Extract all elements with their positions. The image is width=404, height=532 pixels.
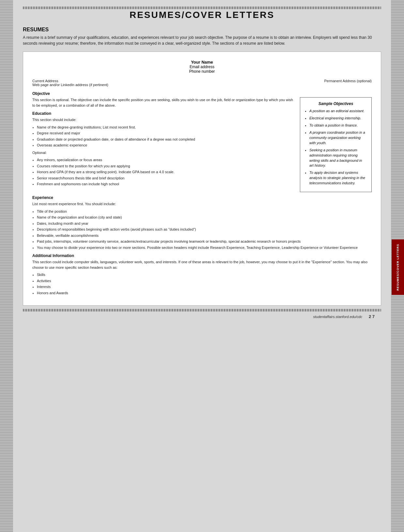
education-bullet-4: Overseas academic experience: [37, 143, 295, 148]
exp-bullet-4: Descriptions of responsibilities beginni…: [37, 227, 372, 232]
resume-template-box: Your Name Email address Phone number Cur…: [23, 52, 381, 306]
objective-1: A position as an editorial assistant.: [309, 109, 367, 114]
exp-bullet-5: Believable, verifiable accomplishments: [37, 233, 372, 238]
permanent-address: Permanent Address (optional): [324, 79, 372, 87]
resume-header: Your Name Email address Phone number: [32, 60, 372, 74]
experience-section: Experience List most recent experience f…: [32, 195, 372, 250]
exp-bullet-2: Name of the organization and location (c…: [37, 215, 372, 220]
additional-bullet-3: Interests: [37, 284, 372, 290]
additional-text: This section could include computer skil…: [32, 259, 372, 270]
experience-intro: List most recent experience first. You s…: [32, 201, 372, 207]
sample-objectives-title: Sample Objectives: [305, 101, 367, 106]
exp-bullet-6: Paid jobs, internships, volunteer commun…: [37, 239, 372, 244]
experience-bullets-list: Title of the position Name of the organi…: [32, 209, 372, 251]
edu-opt-5: Freshmen and sophomores can include high…: [37, 181, 295, 187]
sample-objectives-column: Sample Objectives A position as an edito…: [300, 97, 372, 192]
resumes-intro: A resume is a brief summary of your qual…: [23, 35, 381, 46]
page-title: RESUMES/COVER LETTERS: [23, 10, 381, 20]
exp-bullet-3: Dates, including month and year: [37, 221, 372, 226]
edu-opt-1: Any minors, specialization or focus area…: [37, 157, 295, 163]
objective-6: To apply decision and systems analysis t…: [309, 170, 367, 186]
two-column-section: This section is optional. The objective …: [32, 97, 372, 192]
education-optional-list: Any minors, specialization or focus area…: [32, 157, 295, 187]
additional-bullet-1: Skills: [37, 272, 372, 278]
left-border: [0, 0, 13, 532]
top-stripe: [23, 7, 381, 9]
education-bullet-2: Degree received and major: [37, 130, 295, 136]
footer-page: 2 7: [369, 314, 375, 319]
edu-opt-3: Honors and GPA (if they are a strong sel…: [37, 169, 295, 175]
objective-5: Seeking a position in museum administrat…: [309, 148, 367, 169]
education-optional-label: Optional:: [32, 150, 295, 156]
address-row: Current Address Web page and/or LinkedIn…: [32, 79, 372, 87]
education-heading: Education: [32, 111, 295, 116]
current-address: Current Address: [32, 79, 108, 83]
right-tab-label: RESUMES/COVER LETTERS: [392, 239, 404, 295]
name-field: Your Name: [32, 60, 372, 65]
education-bullet-1: Name of the degree-granting institutions…: [37, 125, 295, 130]
objective-heading: Objective: [32, 91, 372, 96]
sample-objectives-box: Sample Objectives A position as an edito…: [300, 97, 372, 192]
experience-heading: Experience: [32, 195, 372, 200]
additional-bullets-list: Skills Activities Interests Honors and A…: [32, 272, 372, 296]
objective-4: A program coordinator position in a comm…: [309, 130, 367, 146]
main-content: RESUMES/COVER LETTERS RESUMES A resume i…: [13, 0, 391, 532]
exp-bullet-7: You may choose to divide your experience…: [37, 245, 372, 251]
objective-text: This section is optional. The objective …: [32, 97, 295, 108]
footer-url: studentaffairs.stanford.edu/cdc: [313, 315, 362, 319]
edu-opt-4: Senior research/honors thesis title and …: [37, 175, 295, 181]
right-border: RESUMES/COVER LETTERS: [391, 0, 404, 532]
additional-bullet-2: Activities: [37, 278, 372, 284]
additional-bullet-4: Honors and Awards: [37, 290, 372, 296]
education-bullet-3: Graduation date or projected graduation …: [37, 137, 295, 142]
objective-3: To obtain a position in finance.: [309, 123, 367, 128]
exp-bullet-1: Title of the position: [37, 209, 372, 214]
email-field: Email address: [32, 65, 372, 69]
education-bullets-list: Name of the degree-granting institutions…: [32, 125, 295, 148]
bottom-stripe: [23, 309, 381, 312]
footer: studentaffairs.stanford.edu/cdc 2 7: [23, 312, 381, 322]
web-address: Web page and/or LinkedIn address (if per…: [32, 83, 108, 87]
address-left: Current Address Web page and/or LinkedIn…: [32, 79, 108, 87]
education-intro: This section should include:: [32, 117, 295, 123]
additional-heading: Additional Information: [32, 253, 372, 258]
left-column: This section is optional. The objective …: [32, 97, 295, 192]
edu-opt-2: Courses relevant to the position for whi…: [37, 163, 295, 169]
resumes-heading: RESUMES: [23, 27, 381, 33]
phone-field: Phone number: [32, 69, 372, 74]
objective-2: Electrical engineering internship.: [309, 116, 367, 121]
sample-objectives-list: A position as an editorial assistant. El…: [305, 109, 367, 186]
